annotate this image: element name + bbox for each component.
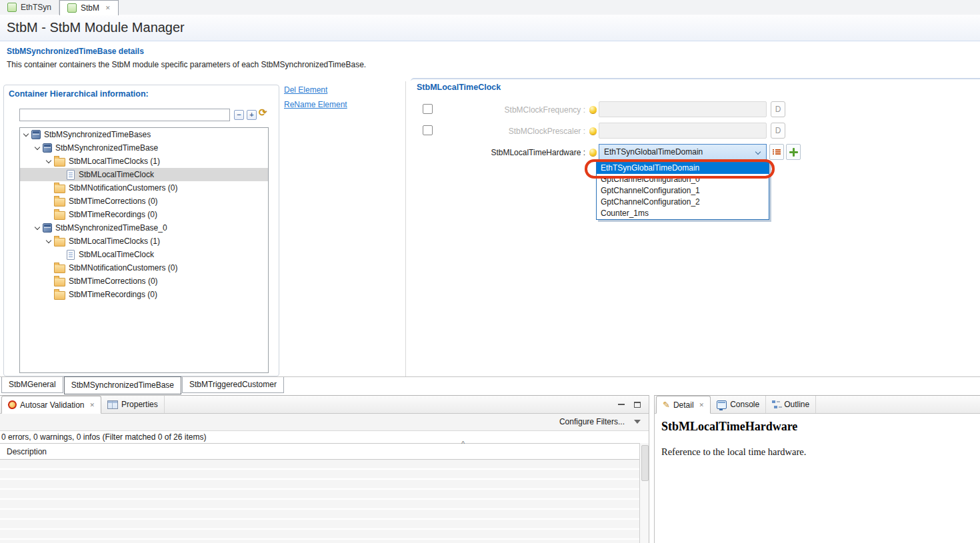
annotation-highlight xyxy=(585,159,775,179)
reference-list-button[interactable] xyxy=(769,144,784,160)
chevron-down-icon[interactable] xyxy=(34,224,43,232)
tab-console[interactable]: Console xyxy=(711,396,766,413)
maximize-icon[interactable] xyxy=(634,402,641,408)
tree-item[interactable]: StbMTimeCorrections (0) xyxy=(20,274,268,288)
minimize-icon[interactable] xyxy=(618,404,625,410)
tree-item[interactable]: StbMTimeRecordings (0) xyxy=(20,288,268,301)
dropdown-option[interactable]: GptChannelConfiguration_2 xyxy=(597,197,769,208)
tree-item[interactable]: StbMNotificationCustomers (0) xyxy=(20,261,268,274)
chevron-down-icon[interactable] xyxy=(45,157,54,165)
section-description: This container containers the StbM modul… xyxy=(7,60,366,69)
sheet-tab-stbmsynchronizedtimebase[interactable]: StbMSynchronizedTimeBase xyxy=(64,376,181,394)
chevron-down-icon[interactable] xyxy=(34,144,43,152)
expand-all-button[interactable]: + xyxy=(247,110,257,120)
tree-item-label: StbMLocalTimeClock xyxy=(79,170,154,179)
dropdown-option[interactable]: Counter_1ms xyxy=(597,208,769,219)
delete-element-link[interactable]: Del Element xyxy=(284,85,327,95)
tab-properties[interactable]: Properties xyxy=(101,396,165,413)
editor-tab-label: EthTSyn xyxy=(21,3,51,12)
tree-item[interactable]: StbMLocalTimeClock xyxy=(20,248,268,261)
tree-indent xyxy=(45,264,54,272)
clock-frequency-default-button[interactable]: D xyxy=(771,101,785,117)
add-reference-button[interactable] xyxy=(786,144,801,160)
list-icon xyxy=(773,149,781,155)
tree-item[interactable]: StbMTimeCorrections (0) xyxy=(20,195,268,208)
tree-item[interactable]: StbMTimeRecordings (0) xyxy=(20,208,268,221)
local-time-hardware-combo[interactable]: EthTSynGlobalTimeDomain xyxy=(599,144,767,160)
tree-item[interactable]: StbMSynchronizedTimeBase_0 xyxy=(20,221,268,235)
page-title: StbM - StbM Module Manager xyxy=(7,15,185,41)
collapse-all-button[interactable]: − xyxy=(234,110,244,120)
tree-indent xyxy=(45,277,54,285)
folder-icon xyxy=(54,238,65,247)
tree-item-label: StbMNotificationCustomers (0) xyxy=(69,263,177,272)
chevron-down-icon[interactable] xyxy=(755,149,761,155)
folder-icon xyxy=(54,265,65,273)
view-tab-label: Properties xyxy=(121,400,158,409)
view-menu-icon[interactable] xyxy=(634,420,641,424)
rename-element-link[interactable]: ReName Element xyxy=(284,100,347,109)
folder-icon xyxy=(54,198,65,207)
tree-item[interactable]: StbMSynchronizedTimeBases xyxy=(20,128,268,141)
tree-item[interactable]: StbMLocalTimeClocks (1) xyxy=(20,235,268,248)
tree-item[interactable]: StbMLocalTimeClock xyxy=(20,168,268,181)
validation-table-body xyxy=(0,460,639,543)
editor-tab-stbm[interactable]: StbM ✕ xyxy=(59,0,119,15)
book-icon xyxy=(43,143,52,153)
configure-filters-button[interactable]: Configure Filters... xyxy=(559,417,625,426)
close-icon[interactable]: ✕ xyxy=(105,5,111,11)
detail-heading: StbMLocalTimeHardware xyxy=(661,420,797,434)
clock-frequency-input[interactable] xyxy=(599,101,767,117)
scrollbar-thumb[interactable] xyxy=(641,445,649,481)
validation-tab-bar: Autosar Validation ✕ Properties xyxy=(0,396,649,414)
detail-panel: ✎ Detail ✕ Console Outline StbMLocalTime… xyxy=(654,395,980,543)
refresh-icon[interactable]: ⟳ xyxy=(259,107,267,119)
tree-indent xyxy=(57,251,65,259)
clock-prescaler-label: StbMClockPrescaler : xyxy=(427,127,585,136)
tree-item[interactable]: StbMNotificationCustomers (0) xyxy=(20,181,268,195)
console-icon xyxy=(717,400,727,409)
tree-item-label: StbMTimeRecordings (0) xyxy=(69,210,157,219)
chevron-down-icon[interactable] xyxy=(45,237,54,245)
vertical-scrollbar[interactable] xyxy=(639,443,649,543)
editor-tab-ethtsyn[interactable]: EthTSyn xyxy=(0,0,59,15)
tree-filter-input[interactable] xyxy=(19,109,230,121)
folder-icon xyxy=(54,291,65,300)
tree-item[interactable]: StbMLocalTimeClocks (1) xyxy=(20,155,268,168)
form-title-bar: StbM - StbM Module Manager xyxy=(0,15,980,41)
clock-prescaler-input[interactable] xyxy=(599,123,767,139)
close-icon[interactable]: ✕ xyxy=(699,402,705,408)
tree-item[interactable]: StbMSynchronizedTimeBase xyxy=(20,141,268,155)
tab-detail[interactable]: ✎ Detail ✕ xyxy=(656,396,711,414)
view-tab-label: Outline xyxy=(784,400,809,409)
tab-autosar-validation[interactable]: Autosar Validation ✕ xyxy=(1,396,101,414)
tree-item-label: StbMTimeRecordings (0) xyxy=(69,290,157,299)
tree-item-label: StbMTimeCorrections (0) xyxy=(69,276,158,286)
description-column-header[interactable]: Description ^ xyxy=(0,443,649,460)
doc-icon xyxy=(67,170,75,180)
validation-panel: Autosar Validation ✕ Properties Configur… xyxy=(0,395,649,543)
sort-ascending-icon: ^ xyxy=(461,440,465,448)
chevron-down-icon[interactable] xyxy=(23,131,31,139)
validation-toolbar: Configure Filters... xyxy=(0,414,649,431)
sheet-tab-stbmtriggeredcustomer[interactable]: StbMTriggeredCustomer xyxy=(182,377,284,393)
tree-item-label: StbMSynchronizedTimeBase_0 xyxy=(55,223,167,233)
detail-body: Reference to the local time hardware. xyxy=(661,446,806,458)
view-tab-label: Console xyxy=(730,400,759,409)
clock-prescaler-default-button[interactable]: D xyxy=(771,123,785,139)
dropdown-option[interactable]: GptChannelConfiguration_1 xyxy=(597,185,769,197)
vertical-sash[interactable] xyxy=(405,81,406,376)
tree-indent xyxy=(45,290,54,298)
sheet-tab-stbmgeneral[interactable]: StbMGeneral xyxy=(1,377,63,393)
tree: StbMSynchronizedTimeBasesStbMSynchronize… xyxy=(19,127,269,373)
application-window: EthTSyn StbM ✕ StbM - StbM Module Manage… xyxy=(0,0,980,543)
tree-indent xyxy=(45,211,54,219)
editor-tab-label: StbM xyxy=(81,3,99,13)
tree-indent xyxy=(45,184,54,192)
detail-tab-bar: ✎ Detail ✕ Console Outline xyxy=(655,396,980,414)
tab-outline[interactable]: Outline xyxy=(766,396,816,413)
view-tab-label: Autosar Validation xyxy=(20,400,85,410)
close-icon[interactable]: ✕ xyxy=(90,402,95,408)
editor-tab-bar: EthTSyn StbM ✕ xyxy=(0,0,980,15)
folder-icon xyxy=(54,278,65,286)
